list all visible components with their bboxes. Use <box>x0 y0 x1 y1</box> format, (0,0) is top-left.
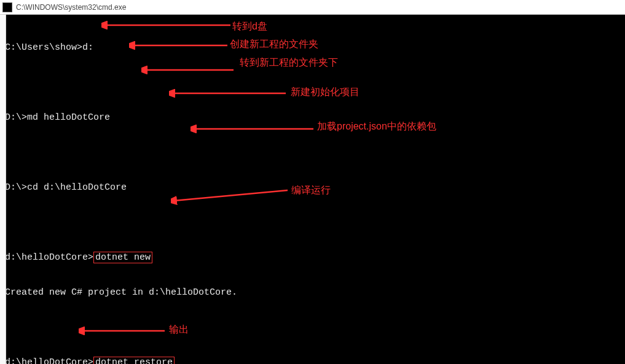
annotation: 创建新工程的文件夹 <box>230 38 318 51</box>
line <box>5 147 620 158</box>
annotation: 转到d盘 <box>232 20 267 33</box>
arrow-icon <box>171 187 288 206</box>
line <box>5 217 620 228</box>
left-gutter <box>0 15 6 364</box>
arrow-icon <box>191 125 313 133</box>
arrow-icon <box>79 327 165 335</box>
annotation: 输出 <box>169 323 189 336</box>
arrow-icon <box>141 66 234 74</box>
svg-line-5 <box>174 190 288 201</box>
arrow-icon <box>101 21 230 29</box>
arrow-icon <box>169 89 286 98</box>
annotation: 转到新工程的文件夹下 <box>240 56 338 69</box>
line: d:\helloDotCore>dotnet new <box>5 252 620 263</box>
cmd-dotnet-new: dotnet new <box>93 252 152 263</box>
annotation: 加载project.json中的依赖包 <box>317 120 436 133</box>
line: Created new C# project in d:\helloDotCor… <box>5 287 620 298</box>
arrow-icon <box>129 41 227 50</box>
line: D:\>md helloDotCore <box>5 112 620 123</box>
annotation: 新建初始化项目 <box>291 86 360 99</box>
cmd-icon <box>2 2 12 12</box>
window-title: C:\WINDOWS\system32\cmd.exe <box>16 3 126 12</box>
window-titlebar: C:\WINDOWS\system32\cmd.exe <box>0 0 625 15</box>
line: d:\helloDotCore>dotnet restore <box>5 357 620 364</box>
annotation: 编译运行 <box>291 184 331 197</box>
cmd-dotnet-restore: dotnet restore <box>93 357 175 364</box>
